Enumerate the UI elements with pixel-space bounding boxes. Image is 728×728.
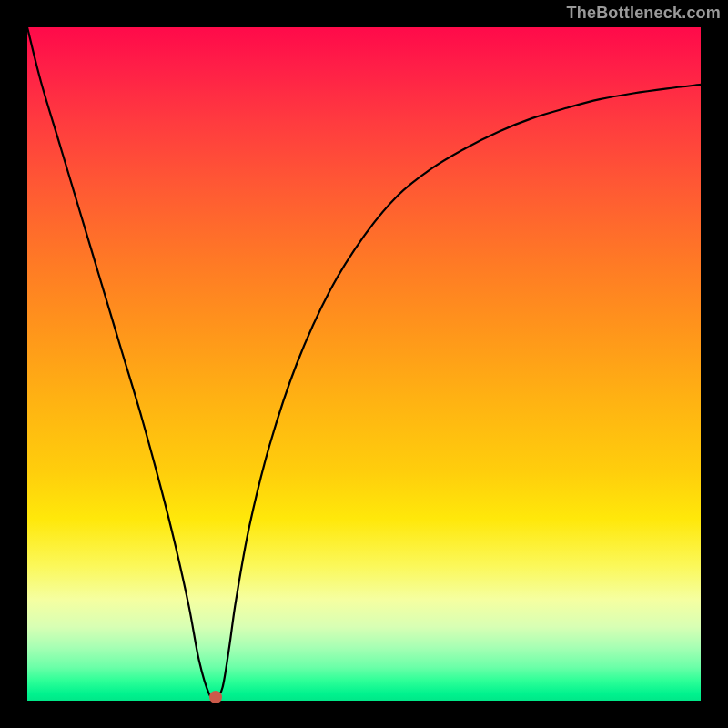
bottleneck-curve: [27, 27, 701, 698]
watermark-text: TheBottleneck.com: [567, 4, 721, 23]
chart-frame: TheBottleneck.com: [0, 0, 728, 728]
marker-dot: [209, 691, 222, 703]
curve-svg: [27, 27, 701, 701]
plot-area: [27, 27, 701, 701]
